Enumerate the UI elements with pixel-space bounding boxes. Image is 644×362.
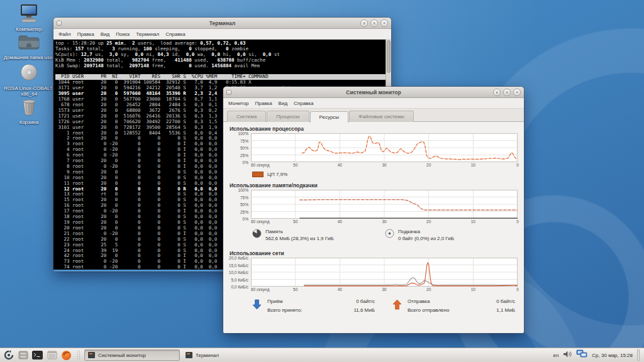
menu-item-1[interactable]: Правка <box>74 30 97 38</box>
network-chart-xaxis: 60 секунд50403020100 <box>251 287 518 293</box>
swap-pie-icon <box>385 229 394 241</box>
monitor-menubar: МониторПравкаВидСправка <box>223 98 524 109</box>
x-tick-label: 40 <box>338 219 342 224</box>
rosa-logo-icon <box>3 349 14 361</box>
memory-value: 562,6 МиБ (28,3%) из 1,9 ГиБ <box>265 236 333 241</box>
taskbar-window-terminal[interactable]: Терминал <box>182 349 278 361</box>
swap-value: 0 байт (0,0%) из 2,0 ГиБ <box>398 236 454 241</box>
minimize-icon[interactable]: ∨ <box>360 19 368 27</box>
send-legend-item: Отправка 0 байт/с Всего отправлено 1,1 М… <box>392 297 515 317</box>
x-tick-label: 20 <box>426 287 431 292</box>
menu-item-2[interactable]: Вид <box>97 30 113 38</box>
panel-separator <box>77 350 80 360</box>
desktop-icon-home-folder[interactable]: Домашняя папка user <box>3 34 55 60</box>
menu-item-0[interactable]: Монитор <box>225 99 252 107</box>
x-tick-label: 30 <box>382 219 386 224</box>
scrollbar-thumb[interactable] <box>387 40 391 73</box>
menu-item-3[interactable]: Справка <box>291 99 316 107</box>
screenshot-launcher[interactable] <box>46 349 58 361</box>
x-tick-label: 40 <box>338 163 342 167</box>
close-icon[interactable]: × <box>513 89 521 96</box>
receive-label: Приём <box>267 299 350 304</box>
taskbar-window-system-monitor[interactable]: Системный монитор <box>84 349 180 361</box>
trash-icon <box>20 98 38 118</box>
receive-rate: 0 байт/с <box>353 299 375 304</box>
tab-2[interactable]: Ресурсы <box>310 111 349 123</box>
y-tick-label: 0,0 КиБ/с <box>231 285 248 289</box>
x-tick-label: 0 <box>516 219 519 224</box>
terminal-task-icon <box>186 352 192 358</box>
menu-item-2[interactable]: Вид <box>275 99 291 107</box>
terminal-menubar: ФайлПравкаВидПоискТерминалСправка <box>53 29 391 40</box>
taskbar-window-label: Системный монитор <box>98 353 146 358</box>
network-legend: Приём 0 байт/с Всего принято: 11,6 МиБ О… <box>252 297 515 317</box>
folder-icon <box>18 34 40 53</box>
monitor-window-title: Системный монитор <box>223 89 524 96</box>
x-tick-label: 10 <box>471 163 475 167</box>
cpu-legend-swatch <box>252 172 264 177</box>
taskbar-window-label: Терминал <box>196 353 219 358</box>
y-tick-label: 15,0 КиБ/с <box>229 263 248 268</box>
send-rate: 0 байт/с <box>496 299 515 304</box>
y-tick-label: 100% <box>238 188 248 192</box>
memory-label: Память <box>265 229 333 234</box>
desktop-icon-trash[interactable]: Корзина <box>3 98 55 125</box>
volume-icon[interactable] <box>563 349 572 361</box>
close-icon[interactable]: × <box>380 19 388 27</box>
firefox-launcher[interactable] <box>60 349 72 361</box>
received-total-value: 11,6 МиБ <box>353 307 375 313</box>
cpu-chart: 100%75%50%25%0% 60 секунд50403020100 <box>230 133 518 168</box>
upload-arrow-icon <box>392 299 404 312</box>
memory-chart-xaxis: 60 секунд50403020100 <box>251 219 518 225</box>
menu-item-3[interactable]: Поиск <box>113 30 133 38</box>
cpu-legend-label: ЦП 7,9% <box>267 172 287 177</box>
monitor-tabs: СистемаПроцессыРесурсыФайловые системы <box>223 109 524 122</box>
terminal-titlebar[interactable]: Терминал ∨ ∧ × <box>53 18 391 29</box>
menu-item-5[interactable]: Справка <box>162 30 188 38</box>
send-label: Отправка <box>408 299 492 304</box>
firefox-icon <box>61 350 72 361</box>
resources-tab-content: Использование процессора 100%75%50%25%0%… <box>223 122 524 317</box>
memory-chart: 100%75%50%25%0% 60 секунд50403020100 <box>230 190 518 225</box>
x-tick-label: 60 секунд <box>251 287 269 292</box>
x-tick-label: 30 <box>382 163 386 167</box>
network-chart-yaxis: 20,0 КиБ/с15,0 КиБ/с10,0 КиБ/с5,0 КиБ/с0… <box>230 258 251 293</box>
y-tick-label: 50% <box>240 202 248 207</box>
menu-item-0[interactable]: Файл <box>55 30 74 38</box>
file-cabinet-icon <box>18 351 28 359</box>
file-manager-launcher[interactable] <box>17 349 29 361</box>
y-tick-label: 25% <box>240 210 248 214</box>
x-tick-label: 50 <box>293 219 297 224</box>
keyboard-layout-indicator[interactable]: en <box>553 353 558 358</box>
desktop-icon-rosa-disc[interactable]: ROSA Linux-COBALT-x86_64 <box>3 64 55 97</box>
sent-total-label: Всего отправлено <box>408 307 492 313</box>
minimize-icon[interactable]: ∨ <box>493 89 501 96</box>
memory-section: Использование памяти/подкачки 100%75%50%… <box>230 180 518 246</box>
swap-legend-item: Подкачка 0 байт (0,0%) из 2,0 ГиБ <box>385 229 518 246</box>
tab-1[interactable]: Процессы <box>267 111 309 122</box>
clock[interactable]: Ср, 30 мар, 15:28 <box>592 353 633 358</box>
desktop-icon-computer[interactable]: Компьютер <box>3 4 55 32</box>
system-tray: en Ср, 30 мар, 15:28 <box>553 349 641 361</box>
sent-total-value: 1,1 МиБ <box>496 307 515 313</box>
system-monitor-window: Системный монитор ∨ ∧ × МониторПравкаВид… <box>223 87 524 333</box>
maximize-icon[interactable]: ∧ <box>370 19 378 27</box>
y-tick-label: 0% <box>243 217 248 221</box>
network-chart: 20,0 КиБ/с15,0 КиБ/с10,0 КиБ/с5,0 КиБ/с0… <box>230 258 518 293</box>
terminal-launcher[interactable] <box>31 349 43 361</box>
cpu-section: Использование процессора 100%75%50%25%0%… <box>230 123 518 178</box>
network-icon[interactable] <box>576 349 587 361</box>
monitor-titlebar[interactable]: Системный монитор ∨ ∧ × <box>223 87 524 98</box>
y-tick-label: 100% <box>238 131 248 136</box>
y-tick-label: 25% <box>240 153 248 158</box>
x-tick-label: 0 <box>516 287 519 292</box>
tab-3[interactable]: Файловые системы <box>349 111 414 122</box>
show-desktop-button[interactable] <box>637 349 640 361</box>
start-menu-button[interactable] <box>3 349 14 361</box>
menu-item-1[interactable]: Правка <box>252 99 275 107</box>
x-tick-label: 60 секунд <box>251 163 269 167</box>
menu-item-4[interactable]: Терминал <box>133 30 162 38</box>
maximize-icon[interactable]: ∧ <box>503 89 511 96</box>
memory-chart-yaxis: 100%75%50%25%0% <box>230 190 251 225</box>
tab-0[interactable]: Система <box>227 111 266 122</box>
